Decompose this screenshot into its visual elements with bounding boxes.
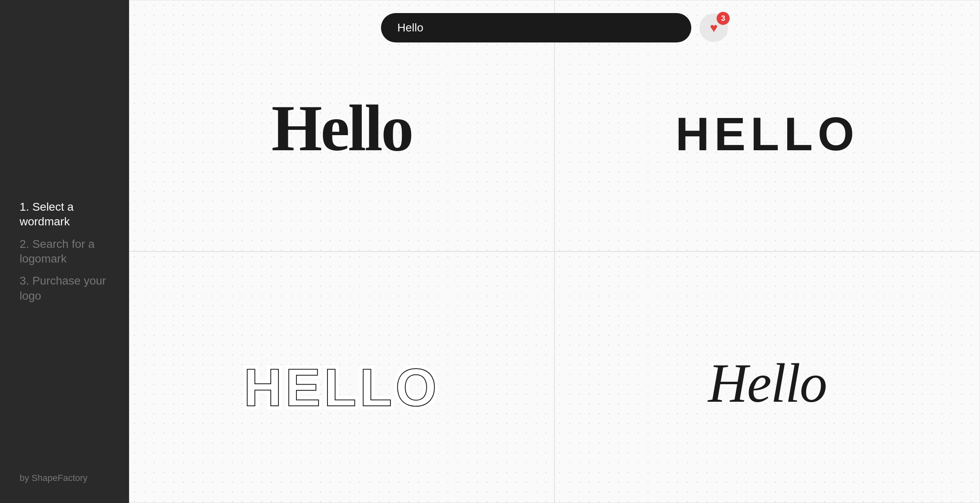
step-1[interactable]: 1. Select a wordmark xyxy=(20,200,109,229)
step-2[interactable]: 2. Search for a logomark xyxy=(20,237,109,267)
logo-grid: Hello HELLO HELLO HELLO HELLO HELLO HELL… xyxy=(129,0,980,503)
favorites-button[interactable]: ♥ 3 xyxy=(699,13,728,42)
step-3-label: 3. Purchase your logo xyxy=(20,274,106,302)
logo-svg-1: Hello xyxy=(219,69,464,183)
logo-cell-4[interactable]: Hello xyxy=(555,252,980,503)
logo-cell-3[interactable]: HELLO HELLO HELLO HELLO HELLO xyxy=(129,252,555,503)
logo-svg-3: HELLO HELLO HELLO HELLO HELLO xyxy=(199,316,485,438)
svg-text:HELLO: HELLO xyxy=(244,358,440,417)
sidebar: 1. Select a wordmark 2. Search for a log… xyxy=(0,0,129,503)
search-bar[interactable] xyxy=(381,13,691,42)
svg-text:Hello: Hello xyxy=(707,353,826,414)
step-3[interactable]: 3. Purchase your logo xyxy=(20,274,109,303)
step-1-label: 1. Select a wordmark xyxy=(20,200,74,228)
steps-list: 1. Select a wordmark 2. Search for a log… xyxy=(20,200,109,303)
logo-svg-4: Hello xyxy=(645,320,890,434)
main-content: ♥ 3 Hello HELLO HELLO HELLO HELLO xyxy=(129,0,980,503)
logo-svg-2: HELLO xyxy=(624,69,910,183)
search-input[interactable] xyxy=(397,21,675,34)
favorites-badge: 3 xyxy=(717,12,730,25)
svg-text:HELLO: HELLO xyxy=(675,108,859,160)
search-area: ♥ 3 xyxy=(129,13,980,42)
step-2-label: 2. Search for a logomark xyxy=(20,238,95,265)
heart-icon: ♥ xyxy=(710,21,718,34)
branding-label: by ShapeFactory xyxy=(20,473,87,483)
svg-text:Hello: Hello xyxy=(272,92,412,165)
